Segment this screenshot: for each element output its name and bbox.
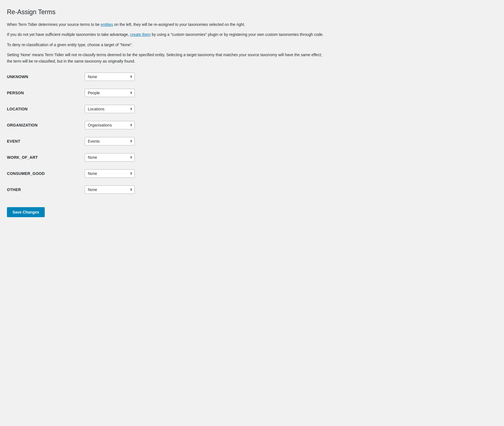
entity-label-work-of-art: WORK_OF_ART — [7, 155, 85, 160]
select-wrapper-work-of-art: None People Locations Organisations Even… — [85, 153, 135, 162]
select-wrapper-consumer-good: None People Locations Organisations Even… — [85, 169, 135, 178]
form-row-work-of-art: WORK_OF_ART None People Locations Organi… — [7, 153, 326, 162]
select-work-of-art[interactable]: None People Locations Organisations Even… — [85, 153, 135, 162]
entity-label-unknown: UNKNOWN — [7, 75, 85, 79]
select-location[interactable]: None People Locations Organisations Even… — [85, 105, 135, 113]
select-wrapper-person: None People Locations Organisations Even… — [85, 89, 135, 97]
form-row-person: PERSON None People Locations Organisatio… — [7, 89, 326, 97]
entities-link[interactable]: entities — [101, 22, 113, 27]
description-2: If you do not yet have sufficient multip… — [7, 31, 326, 38]
entity-label-organization: ORGANIZATION — [7, 123, 85, 127]
select-wrapper-unknown: None People Locations Organisations Even… — [85, 73, 135, 81]
select-event[interactable]: None People Locations Organisations Even… — [85, 137, 135, 145]
entity-label-consumer-good: CONSUMER_GOOD — [7, 171, 85, 176]
form-row-organization: ORGANIZATION None People Locations Organ… — [7, 121, 326, 129]
select-organization[interactable]: None People Locations Organisations Even… — [85, 121, 135, 129]
form-section: UNKNOWN None People Locations Organisati… — [7, 73, 326, 217]
form-row-unknown: UNKNOWN None People Locations Organisati… — [7, 73, 326, 81]
form-row-other: OTHER None People Locations Organisation… — [7, 185, 326, 194]
select-person[interactable]: None People Locations Organisations Even… — [85, 89, 135, 97]
entity-label-person: PERSON — [7, 91, 85, 95]
select-consumer-good[interactable]: None People Locations Organisations Even… — [85, 169, 135, 178]
select-other[interactable]: None People Locations Organisations Even… — [85, 185, 135, 194]
select-wrapper-location: None People Locations Organisations Even… — [85, 105, 135, 113]
select-unknown[interactable]: None People Locations Organisations Even… — [85, 73, 135, 81]
main-content: Re-Assign Terms When Term Tidier determi… — [0, 0, 333, 226]
page-title: Re-Assign Terms — [7, 8, 326, 16]
description-1: When Term Tidier determines your source … — [7, 21, 326, 28]
description-4: Setting 'None' means Term Tidier will no… — [7, 52, 326, 64]
entity-label-event: EVENT — [7, 139, 85, 143]
form-row-consumer-good: CONSUMER_GOOD None People Locations Orga… — [7, 169, 326, 178]
entity-label-other: OTHER — [7, 187, 85, 192]
description-3: To deny re-classification of a given ent… — [7, 42, 326, 48]
save-button[interactable]: Save Changes — [7, 207, 45, 217]
select-wrapper-organization: None People Locations Organisations Even… — [85, 121, 135, 129]
select-wrapper-other: None People Locations Organisations Even… — [85, 185, 135, 194]
entity-label-location: LOCATION — [7, 107, 85, 111]
create-them-link[interactable]: create them — [130, 32, 151, 37]
form-row-location: LOCATION None People Locations Organisat… — [7, 105, 326, 113]
form-row-event: EVENT None People Locations Organisation… — [7, 137, 326, 145]
select-wrapper-event: None People Locations Organisations Even… — [85, 137, 135, 145]
